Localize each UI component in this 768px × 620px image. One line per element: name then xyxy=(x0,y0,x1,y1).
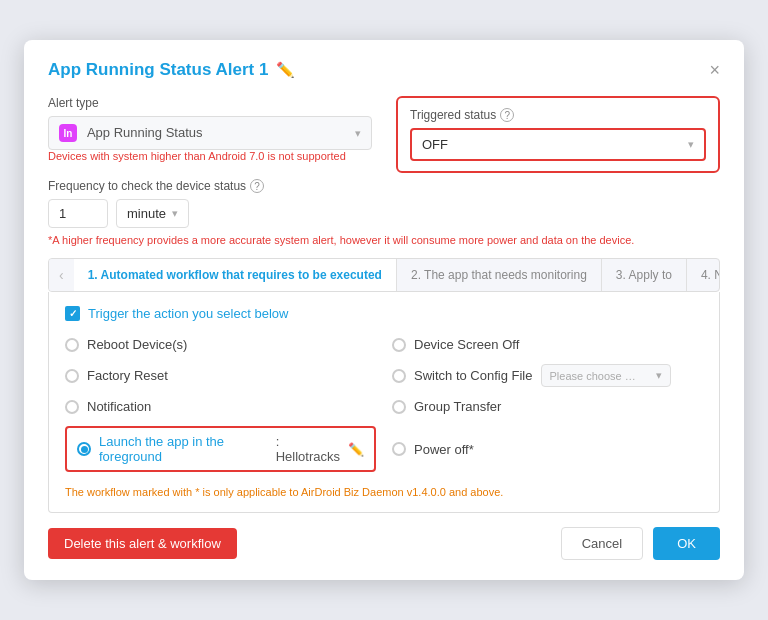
option-group-transfer[interactable]: Group Transfer xyxy=(392,397,703,416)
option-factory-reset-label: Factory Reset xyxy=(87,368,168,383)
config-file-select[interactable]: Please choose Config F ▾ xyxy=(541,364,671,387)
triggered-chevron: ▾ xyxy=(688,138,694,151)
delete-button[interactable]: Delete this alert & workflow xyxy=(48,528,237,559)
option-power-off-label: Power off* xyxy=(414,442,474,457)
close-icon[interactable]: × xyxy=(709,61,720,79)
launch-app-box[interactable]: Launch the app in the foreground : Hello… xyxy=(65,426,376,472)
tab-apply-to[interactable]: 3. Apply to xyxy=(602,259,687,291)
modal-footer: Delete this alert & workflow Cancel OK xyxy=(48,527,720,560)
radio-notification[interactable] xyxy=(65,400,79,414)
modal: App Running Status Alert 1 ✏️ × Alert ty… xyxy=(24,40,744,580)
alert-badge: In xyxy=(59,124,77,142)
daemon-note: The workflow marked with * is only appli… xyxy=(65,486,703,498)
frequency-unit-value: minute xyxy=(127,206,166,221)
trigger-check-row: Trigger the action you select below xyxy=(65,306,703,321)
title-text: App Running Status Alert 1 xyxy=(48,60,268,80)
trigger-label: Trigger the action you select below xyxy=(88,306,288,321)
title-edit-icon[interactable]: ✏️ xyxy=(276,61,295,79)
freq-chevron: ▾ xyxy=(172,207,178,220)
radio-power-off[interactable] xyxy=(392,442,406,456)
config-placeholder: Please choose Config F xyxy=(550,370,640,382)
radio-screen-off[interactable] xyxy=(392,338,406,352)
option-launch-app[interactable]: Launch the app in the foreground : Hello… xyxy=(65,424,376,474)
launch-app-label: Launch the app in the foreground xyxy=(99,434,264,464)
android-warning: Devices with system higher than Android … xyxy=(48,150,372,162)
launch-app-value: : Hellotracks xyxy=(276,434,340,464)
tab-notify-me[interactable]: 4. Notify me xyxy=(687,259,720,291)
option-group-transfer-label: Group Transfer xyxy=(414,399,501,414)
radio-factory-reset[interactable] xyxy=(65,369,79,383)
alert-type-select[interactable]: In App Running Status ▾ xyxy=(48,116,372,150)
config-chevron: ▾ xyxy=(656,369,662,382)
tab-prev-arrow[interactable]: ‹ xyxy=(49,259,74,291)
option-reboot-label: Reboot Device(s) xyxy=(87,337,187,352)
workflow-body: Trigger the action you select below Rebo… xyxy=(48,292,720,513)
alert-type-value: App Running Status xyxy=(87,125,203,140)
alert-type-label: Alert type xyxy=(48,96,372,110)
frequency-row: minute ▾ xyxy=(48,199,720,228)
radio-group-transfer[interactable] xyxy=(392,400,406,414)
frequency-note: *A higher frequency provides a more accu… xyxy=(48,234,720,246)
option-factory-reset[interactable]: Factory Reset xyxy=(65,362,376,389)
top-form-row: Alert type In App Running Status ▾ Devic… xyxy=(48,96,720,173)
option-screen-off-label: Device Screen Off xyxy=(414,337,519,352)
option-reboot[interactable]: Reboot Device(s) xyxy=(65,335,376,354)
triggered-status-select[interactable]: OFF ▾ xyxy=(410,128,706,161)
modal-header: App Running Status Alert 1 ✏️ × xyxy=(48,60,720,80)
cancel-button[interactable]: Cancel xyxy=(561,527,643,560)
triggered-status-wrapper: Triggered status ? OFF ▾ xyxy=(396,96,720,173)
option-switch-config[interactable]: Switch to Config File Please choose Conf… xyxy=(392,362,703,389)
option-notification[interactable]: Notification xyxy=(65,397,376,416)
radio-switch-config[interactable] xyxy=(392,369,406,383)
frequency-input[interactable] xyxy=(48,199,108,228)
tabs-row: ‹ 1. Automated workflow that requires to… xyxy=(48,258,720,292)
radio-reboot[interactable] xyxy=(65,338,79,352)
trigger-checkbox[interactable] xyxy=(65,306,80,321)
tab-app-monitoring[interactable]: 2. The app that needs monitoring xyxy=(397,259,602,291)
frequency-label: Frequency to check the device status ? xyxy=(48,179,720,193)
triggered-status-value: OFF xyxy=(422,137,448,152)
option-power-off[interactable]: Power off* xyxy=(392,424,703,474)
option-screen-off[interactable]: Device Screen Off xyxy=(392,335,703,354)
frequency-help-icon[interactable]: ? xyxy=(250,179,264,193)
launch-app-edit-icon[interactable]: ✏️ xyxy=(348,442,364,457)
option-switch-config-label: Switch to Config File xyxy=(414,368,533,383)
triggered-status-col: Triggered status ? OFF ▾ xyxy=(396,96,720,173)
ok-button[interactable]: OK xyxy=(653,527,720,560)
alert-type-col: Alert type In App Running Status ▾ Devic… xyxy=(48,96,372,172)
modal-title: App Running Status Alert 1 ✏️ xyxy=(48,60,295,80)
triggered-status-label: Triggered status ? xyxy=(410,108,706,122)
footer-btn-group: Cancel OK xyxy=(561,527,720,560)
triggered-status-help-icon[interactable]: ? xyxy=(500,108,514,122)
options-grid: Reboot Device(s) Device Screen Off Facto… xyxy=(65,335,703,474)
alert-type-chevron: ▾ xyxy=(355,127,361,140)
frequency-section: Frequency to check the device status ? m… xyxy=(48,179,720,246)
tab-automated-workflow[interactable]: 1. Automated workflow that requires to b… xyxy=(74,259,397,291)
radio-launch-app[interactable] xyxy=(77,442,91,456)
option-notification-label: Notification xyxy=(87,399,151,414)
frequency-unit-select[interactable]: minute ▾ xyxy=(116,199,189,228)
